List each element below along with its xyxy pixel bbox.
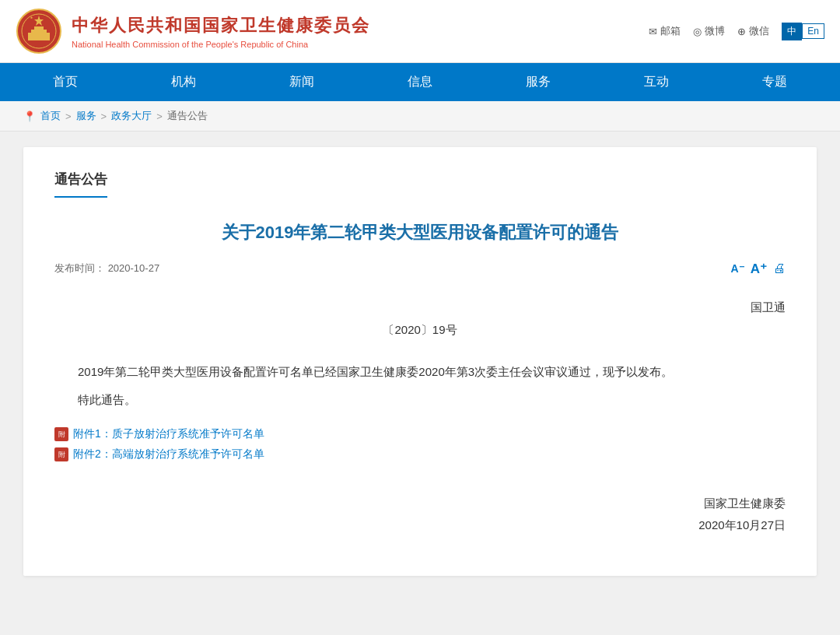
main-wrapper: 通告公告 关于2019年第二轮甲类大型医用设备配置许可的通告 发布时间： 202… bbox=[0, 132, 840, 598]
font-decrease-button[interactable]: A⁻ bbox=[731, 262, 744, 275]
nav-item-news[interactable]: 新闻 bbox=[243, 63, 361, 101]
site-title-cn: 中华人民共和国国家卫生健康委员会 bbox=[72, 14, 370, 37]
article-date: 发布时间： 2020-10-27 bbox=[54, 261, 159, 275]
article-tools: A⁻ A⁺ 🖨 bbox=[731, 261, 786, 277]
breadcrumb-sep-3: > bbox=[156, 111, 163, 122]
location-icon: 📍 bbox=[23, 111, 36, 122]
breadcrumb: 📍 首页 > 服务 > 政务大厅 > 通告公告 bbox=[0, 101, 840, 132]
font-increase-button[interactable]: A⁺ bbox=[751, 261, 767, 277]
section-title: 通告公告 bbox=[54, 170, 107, 198]
main-nav: 首页 机构 新闻 信息 服务 互动 专题 bbox=[0, 63, 840, 101]
breadcrumb-current: 通告公告 bbox=[167, 109, 208, 123]
article-title: 关于2019年第二轮甲类大型医用设备配置许可的通告 bbox=[54, 221, 786, 245]
content-card: 通告公告 关于2019年第二轮甲类大型医用设备配置许可的通告 发布时间： 202… bbox=[23, 147, 817, 576]
lang-en-button[interactable]: En bbox=[802, 23, 824, 39]
national-emblem-icon bbox=[16, 8, 62, 54]
breadcrumb-sep-1: > bbox=[65, 111, 72, 122]
email-label: 邮箱 bbox=[660, 24, 681, 38]
email-icon: ✉ bbox=[649, 26, 657, 37]
article-meta-row: 发布时间： 2020-10-27 A⁻ A⁺ 🖨 bbox=[54, 261, 786, 285]
weibo-label: 微博 bbox=[705, 24, 725, 38]
weibo-icon: ◎ bbox=[693, 26, 702, 37]
article-body: 2019年第二轮甲类大型医用设备配置许可名单已经国家卫生健康委2020年第3次委… bbox=[54, 361, 786, 412]
footer-date: 2020年10月27日 bbox=[54, 514, 786, 537]
footer-org: 国家卫生健康委 bbox=[54, 493, 786, 515]
email-link[interactable]: ✉ 邮箱 bbox=[649, 24, 681, 38]
article-doc-no: 〔2020〕19号 bbox=[54, 323, 786, 338]
article-org: 国卫通 bbox=[54, 300, 786, 315]
weixin-icon: ⊕ bbox=[737, 26, 746, 37]
svg-rect-2 bbox=[28, 33, 50, 40]
nav-item-org[interactable]: 机构 bbox=[124, 63, 243, 101]
svg-rect-4 bbox=[34, 26, 44, 30]
nav-item-special[interactable]: 专题 bbox=[716, 63, 834, 101]
site-title-en: National Health Commission of the People… bbox=[72, 40, 370, 49]
breadcrumb-home[interactable]: 首页 bbox=[40, 109, 61, 123]
article: 关于2019年第二轮甲类大型医用设备配置许可的通告 发布时间： 2020-10-… bbox=[54, 221, 786, 537]
attachment-item-2[interactable]: 附 附件2：高端放射治疗系统准予许可名单 bbox=[54, 447, 786, 461]
weixin-label: 微信 bbox=[749, 24, 769, 38]
breadcrumb-hall[interactable]: 政务大厅 bbox=[111, 109, 152, 123]
attachment-label-1: 附件1：质子放射治疗系统准予许可名单 bbox=[73, 427, 264, 441]
nav-item-info[interactable]: 信息 bbox=[361, 63, 479, 101]
header-left: 中华人民共和国国家卫生健康委员会 National Health Commiss… bbox=[16, 8, 370, 54]
header-right: ✉ 邮箱 ◎ 微博 ⊕ 微信 中 En bbox=[649, 23, 824, 40]
attachment-icon-2: 附 bbox=[54, 447, 68, 461]
article-body-p2: 特此通告。 bbox=[54, 389, 786, 412]
weibo-link[interactable]: ◎ 微博 bbox=[693, 24, 725, 38]
attachment-icon-1: 附 bbox=[54, 427, 68, 441]
nav-item-interact[interactable]: 互动 bbox=[597, 63, 716, 101]
date-value: 2020-10-27 bbox=[108, 262, 160, 274]
attachment-item-1[interactable]: 附 附件1：质子放射治疗系统准予许可名单 bbox=[54, 427, 786, 441]
breadcrumb-sep-2: > bbox=[101, 111, 107, 122]
nav-item-service[interactable]: 服务 bbox=[479, 63, 597, 101]
article-footer: 国家卫生健康委 2020年10月27日 bbox=[54, 493, 786, 537]
attachment-label-2: 附件2：高端放射治疗系统准予许可名单 bbox=[73, 447, 264, 461]
page-header: 中华人民共和国国家卫生健康委员会 National Health Commiss… bbox=[0, 0, 840, 63]
lang-cn-button[interactable]: 中 bbox=[782, 23, 802, 40]
header-title-block: 中华人民共和国国家卫生健康委员会 National Health Commiss… bbox=[72, 14, 370, 49]
print-button[interactable]: 🖨 bbox=[773, 261, 786, 275]
breadcrumb-service[interactable]: 服务 bbox=[76, 109, 96, 123]
nav-item-home[interactable]: 首页 bbox=[6, 63, 124, 101]
attachment-list: 附 附件1：质子放射治疗系统准予许可名单 附 附件2：高端放射治疗系统准予许可名… bbox=[54, 427, 786, 461]
article-body-p1: 2019年第二轮甲类大型医用设备配置许可名单已经国家卫生健康委2020年第3次委… bbox=[54, 361, 786, 384]
language-switcher: 中 En bbox=[782, 23, 824, 40]
weixin-link[interactable]: ⊕ 微信 bbox=[737, 24, 769, 38]
date-label: 发布时间： bbox=[54, 262, 105, 274]
